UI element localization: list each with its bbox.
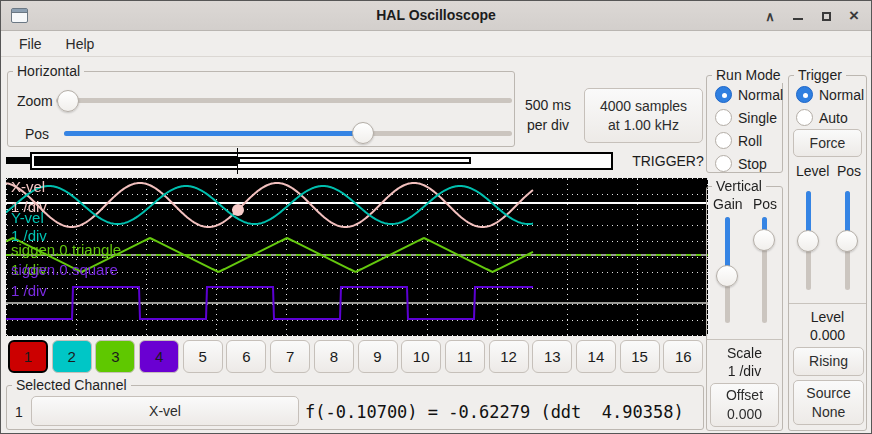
app-window: HAL Oscilloscope ∧× FileHelp Horizontal …	[0, 0, 872, 434]
horizontal-group-label: Horizontal	[13, 63, 84, 79]
channel-button-9[interactable]: 9	[358, 340, 398, 373]
channel-button-8[interactable]: 8	[314, 340, 354, 373]
scale-caption: Scale	[707, 345, 782, 361]
trigger-level-slider-label: Level	[796, 163, 829, 179]
radio-label: Auto	[819, 110, 848, 126]
offset-button-line1: Offset	[726, 386, 763, 405]
scope-label-ch2-name: Y-vel	[11, 210, 44, 225]
radio-label: Normal	[819, 87, 864, 103]
trigger-position-line	[237, 148, 238, 174]
scale-value: 1 /div	[707, 363, 782, 379]
sample-rate-line1: 500 ms	[517, 95, 579, 115]
window-controls: ∧×	[761, 1, 863, 31]
radio-icon	[715, 109, 732, 126]
samples-button[interactable]: 4000 samples at 1.00 kHz	[584, 88, 703, 143]
channel-button-10[interactable]: 10	[401, 340, 441, 373]
channel-button-6[interactable]: 6	[226, 340, 266, 373]
samples-button-line2: at 1.00 kHz	[608, 116, 679, 135]
scope-label-ch1-name: X-vel	[11, 179, 45, 194]
trigger-mode-options: NormalAuto	[796, 86, 864, 126]
gain-slider-label: Gain	[713, 196, 743, 212]
sample-rate-line2: per div	[517, 115, 579, 135]
radio-icon	[715, 132, 732, 149]
channel-button-row: 12345678910111213141516	[8, 340, 708, 373]
scope-display[interactable]: X-vel1 /divY-vel1 /divsiggen.0.triangle1…	[6, 178, 710, 336]
maximize-button[interactable]	[817, 7, 835, 25]
vertical-group-label: Vertical	[712, 178, 766, 194]
run-mode-stop[interactable]: Stop	[715, 155, 783, 172]
run-mode-group-label: Run Mode	[712, 67, 785, 83]
shade-button[interactable]: ∧	[761, 7, 779, 25]
channel-value-readout: f(-0.10700) = -0.62279 (ddt 4.90358)	[305, 402, 684, 422]
title-bar: HAL Oscilloscope ∧×	[1, 1, 871, 31]
radio-label: Stop	[738, 156, 767, 172]
radio-icon	[796, 86, 813, 103]
radio-icon	[715, 86, 732, 103]
scope-label-ch4-scale: 1 /div	[11, 283, 47, 298]
radio-label: Normal	[738, 87, 783, 103]
trigger-pos-slider-handle[interactable]	[836, 230, 858, 252]
run-mode-single[interactable]: Single	[715, 109, 783, 126]
vertical-pos-slider-label: Pos	[753, 196, 777, 212]
radio-label: Single	[738, 110, 777, 126]
pos-slider-label: Pos	[25, 126, 49, 142]
record-captured-bar	[238, 157, 471, 164]
trigger-source-button[interactable]: Source None	[793, 380, 864, 425]
trigger-source-line2: None	[812, 403, 845, 422]
vertical-separator	[707, 339, 782, 340]
menu-file[interactable]: File	[15, 34, 46, 54]
gain-slider-handle[interactable]	[716, 265, 738, 287]
sample-rate-text: 500 ms per div	[517, 95, 579, 135]
channel-name-button[interactable]: X-vel	[31, 396, 299, 426]
channel-button-7[interactable]: 7	[270, 340, 310, 373]
pos-slider-handle[interactable]	[352, 122, 374, 144]
channel-button-1[interactable]: 1	[8, 340, 48, 373]
run-mode-group: Run Mode NormalSingleRollStop	[706, 75, 783, 173]
menu-help[interactable]: Help	[62, 34, 99, 54]
offset-button[interactable]: Offset 0.000	[710, 383, 779, 427]
channel-button-14[interactable]: 14	[576, 340, 616, 373]
channel-button-2[interactable]: 2	[52, 340, 92, 373]
trigger-pos-slider-label: Pos	[837, 163, 861, 179]
channel-button-12[interactable]: 12	[489, 340, 529, 373]
trigger-source-line1: Source	[806, 384, 850, 403]
offset-button-line2: 0.000	[727, 405, 762, 424]
vertical-pos-slider-handle[interactable]	[753, 229, 775, 251]
channel-button-5[interactable]: 5	[183, 340, 223, 373]
samples-button-line1: 4000 samples	[600, 97, 687, 116]
selected-channel-number: 1	[15, 404, 23, 420]
channel-button-16[interactable]: 16	[663, 340, 703, 373]
trigger-edge-button[interactable]: Rising	[793, 347, 864, 376]
trigger-mode-normal[interactable]: Normal	[796, 86, 864, 103]
channel-button-3[interactable]: 3	[95, 340, 135, 373]
scope-label-ch4-name: siggen.0.square	[11, 262, 118, 277]
zoom-slider-track[interactable]	[56, 98, 512, 103]
close-button[interactable]: ×	[845, 7, 863, 25]
trigger-level-value: 0.000	[789, 327, 866, 343]
radio-label: Roll	[738, 133, 762, 149]
trigger-separator	[789, 303, 866, 304]
run-mode-options: NormalSingleRollStop	[715, 86, 783, 172]
zoom-slider-handle[interactable]	[57, 90, 79, 112]
channel-button-15[interactable]: 15	[620, 340, 660, 373]
channel-button-4[interactable]: 4	[139, 340, 179, 373]
menu-bar: FileHelp	[1, 32, 871, 57]
force-trigger-button[interactable]: Force	[793, 129, 862, 157]
trigger-level-slider-handle[interactable]	[797, 230, 819, 252]
window-title: HAL Oscilloscope	[1, 7, 871, 23]
run-mode-roll[interactable]: Roll	[715, 132, 783, 149]
selected-channel-group-label: Selected Channel	[12, 377, 131, 393]
scope-label-ch3-name: siggen.0.triangle	[11, 242, 121, 257]
zoom-slider-label: Zoom	[17, 93, 53, 109]
run-mode-normal[interactable]: Normal	[715, 86, 783, 103]
record-position-stub	[6, 157, 30, 164]
channel-button-13[interactable]: 13	[532, 340, 572, 373]
radio-icon	[715, 155, 732, 172]
trigger-group-label: Trigger	[794, 67, 846, 83]
record-position-fill	[34, 156, 238, 166]
trigger-mode-auto[interactable]: Auto	[796, 109, 864, 126]
minimize-button[interactable]	[789, 7, 807, 25]
trigger-status-label: TRIGGER?	[629, 153, 707, 169]
channel-button-11[interactable]: 11	[445, 340, 485, 373]
trigger-level-caption: Level	[789, 309, 866, 325]
